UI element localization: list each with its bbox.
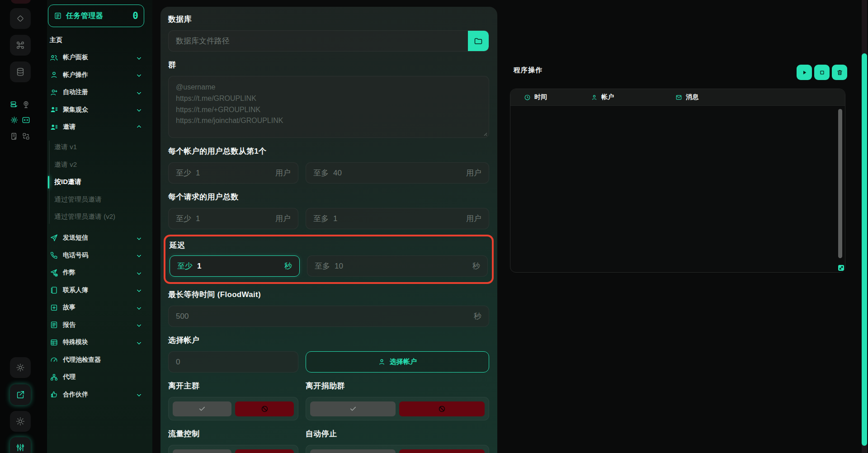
floodwait-placeholder: 500 [176,312,189,321]
table-icon [50,338,58,347]
unit-label: 用户 [466,168,481,178]
sidebar-item-invite-v1[interactable]: 邀请 v1 [54,139,144,156]
operations-title: 程序操作 [514,66,542,75]
sidebar-item-special-modules[interactable]: 特殊模块 [48,334,144,351]
gear-small-icon[interactable] [10,116,19,124]
code-window-icon[interactable] [22,116,30,124]
max-value: 40 [333,169,342,178]
sidebar-item-label: 电话号码 [63,251,88,260]
account-count-value: 0 [176,358,180,367]
column-account: 帐户 [591,93,675,101]
counter-badge: 0 [132,11,138,21]
database-icon[interactable] [10,61,31,82]
sidebar-item-home[interactable]: 主页 [48,34,144,49]
min-value: 1 [196,169,200,178]
server-check-icon[interactable] [10,100,19,109]
min-prefix: 至少 [177,261,193,271]
start-button[interactable] [797,65,812,80]
sidebar-item-partners[interactable]: 合作伙伴 [48,386,144,404]
external-link-icon[interactable] [10,384,31,405]
sidebar-item-account-actions[interactable]: 帐户操作 [48,66,144,84]
users-per-account-min-input[interactable]: 至少 1 用户 [168,162,298,184]
clear-button[interactable] [832,65,847,80]
toggle-no-option[interactable] [399,401,485,416]
delay-max-input[interactable]: 至多 10 秒 [307,255,488,277]
sidebar-item-gather-audience[interactable]: 聚集观众 [48,101,144,119]
settings-gear-icon[interactable] [10,357,31,378]
users-per-request-min-input[interactable]: 至少 1 用户 [168,208,298,229]
sidebar-item-label: 发送短信 [63,234,88,242]
users-per-request-max-input[interactable]: 至多 1 用户 [306,208,489,229]
command-icon[interactable] [10,35,31,56]
app-title: 任务管理器 [66,11,104,21]
select-account-section: 选择帐户 0 选择帐户 [168,335,489,373]
document-check-icon[interactable] [10,132,19,141]
unit-label: 用户 [275,213,291,224]
toggle-no-option[interactable] [399,449,485,453]
sidebar-item-stories[interactable]: 故事 [48,299,144,316]
check-icon [198,405,206,413]
sidebar-item-contacts-book[interactable]: 联系人簿 [48,282,144,299]
app-title-button[interactable]: 任务管理器 0 [48,5,144,27]
group-links-textarea[interactable]: @username https://t.me/GROUPLINK https:/… [168,76,489,138]
table-scrollbar-thumb[interactable] [838,109,842,258]
sidebar-item-auto-register[interactable]: 自动注册 [48,84,144,101]
sidebar-item-invite-via-admin[interactable]: 通过管理员邀请 [54,191,144,208]
person-list-icon [50,123,58,132]
chevron-down-icon [137,288,142,293]
database-placeholder: 数据库文件路径 [176,36,230,46]
people-icon [50,53,58,62]
select-account-button[interactable]: 选择帐户 [306,351,489,373]
envelope-icon [675,94,682,101]
sidebar-item-invite-v2[interactable]: 邀请 v2 [54,156,144,174]
group-label: 群 [168,60,489,70]
sidebar-item-invite-via-admin-v2[interactable]: 通过管理员邀请 (v2) [54,208,144,226]
chevron-down-icon [137,323,142,327]
delay-min-input[interactable]: 至少 1 秒 [170,255,300,277]
group-placeholder-line: https://t.me/GROUPLINK [176,93,481,104]
unit-label: 用户 [275,168,291,178]
toggle-yes-option[interactable] [310,401,396,416]
max-value: 10 [335,262,343,271]
chevron-down-icon [137,270,142,275]
sidebar-item-phone-numbers[interactable]: 电话号码 [48,247,144,264]
browse-folder-button[interactable] [468,30,489,52]
sidebar-item-label: 代理 [63,373,75,381]
table-resize-handle[interactable] [838,265,844,271]
sidebar-item-send-sms[interactable]: 发送短信 [48,229,144,247]
toggle-yes-option[interactable] [310,449,396,453]
toggle-no-option[interactable] [235,449,294,453]
sidebar-item-label: 合作伙伴 [63,391,88,399]
sidebar-item-proxy-pool-checker[interactable]: 代理池检查器 [48,351,144,369]
stop-button[interactable] [814,65,830,80]
account-count-input[interactable]: 0 [168,351,298,373]
sidebar-item-cheat[interactable]: 作弊 [48,264,144,282]
toggle-no-option[interactable] [235,401,294,416]
sidebar-item-label: 特殊模块 [63,338,88,346]
check-icon [349,405,357,413]
sidebar-item-reports[interactable]: 报告 [48,316,144,334]
database-section: 数据库 数据库文件路径 [168,14,489,52]
column-message: 消息 [675,93,845,101]
floodwait-input[interactable]: 500 秒 [168,306,489,327]
toggle-yes-option[interactable] [173,401,231,416]
diamond-icon[interactable] [10,8,31,29]
database-path-input[interactable]: 数据库文件路径 [168,30,489,52]
sidebar-item-label: 报告 [63,321,75,329]
sidebar-item-invite-by-id[interactable]: 按ID邀请 [54,174,144,191]
person-camera-icon[interactable] [22,100,30,109]
textarea-resize-handle[interactable] [483,132,487,136]
page-scrollbar-thumb[interactable] [862,53,867,446]
brightness-icon[interactable] [10,411,31,432]
cut-off-icon [11,0,31,4]
sidebar-item-account-panel[interactable]: 帐户面板 [48,49,144,66]
toggle-yes-option[interactable] [173,449,231,453]
column-label: 消息 [686,93,698,101]
sidebar-item-proxy[interactable]: 代理 [48,368,144,386]
chevron-down-icon [137,90,142,94]
sliders-icon[interactable] [10,437,31,453]
users-per-account-max-input[interactable]: 至多 40 用户 [306,162,489,184]
swap-icon[interactable] [22,132,30,141]
sidebar-item-invite[interactable]: 邀请 [48,118,144,136]
group-section: 群 @username https://t.me/GROUPLINK https… [168,60,489,138]
